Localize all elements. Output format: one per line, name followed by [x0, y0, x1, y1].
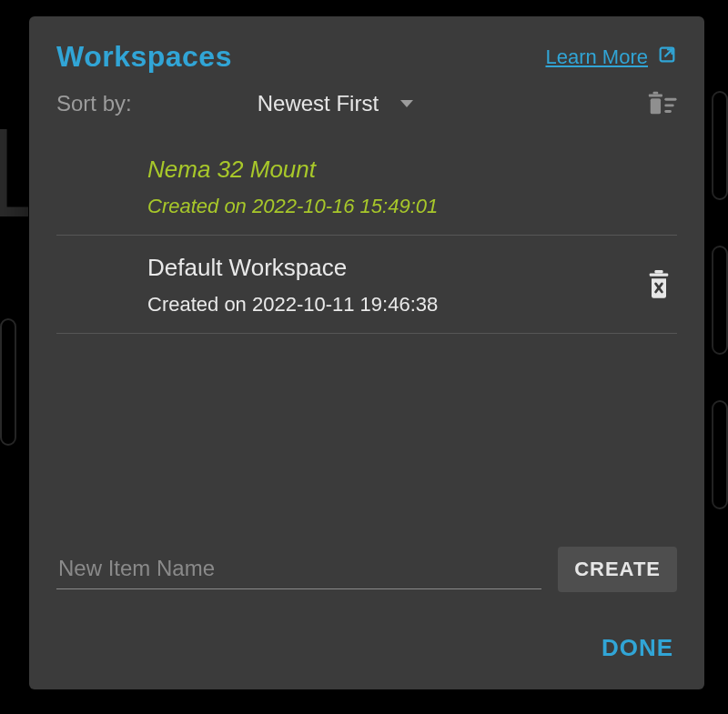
sort-row: Sort by: Newest First	[56, 90, 677, 117]
svg-rect-1	[649, 95, 662, 97]
learn-more-label: Learn More	[545, 45, 648, 69]
done-button[interactable]: DONE	[598, 629, 677, 668]
svg-rect-7	[650, 273, 669, 276]
workspace-item[interactable]: Default Workspace Created on 2022-10-11 …	[56, 236, 677, 334]
external-link-icon	[657, 45, 677, 70]
workspaces-dialog: Workspaces Learn More Sort by: Newest Fi…	[29, 16, 704, 689]
sort-label: Sort by:	[56, 91, 132, 116]
dialog-footer: DONE	[56, 629, 677, 668]
svg-rect-3	[653, 92, 659, 95]
new-item-input[interactable]	[56, 550, 541, 589]
workspace-name: Default Workspace	[147, 252, 646, 284]
sort-selected-value: Newest First	[258, 91, 379, 116]
new-item-row: CREATE	[56, 547, 677, 592]
workspace-item[interactable]: Nema 32 Mount Created on 2022-10-16 15:4…	[56, 137, 677, 236]
learn-more-link[interactable]: Learn More	[545, 45, 677, 70]
dialog-title: Workspaces	[56, 40, 232, 74]
workspace-name: Nema 32 Mount	[147, 154, 672, 186]
create-button[interactable]: CREATE	[558, 547, 677, 592]
dialog-header: Workspaces Learn More	[56, 40, 677, 74]
workspace-list: Nema 32 Mount Created on 2022-10-16 15:4…	[56, 137, 677, 536]
workspace-created: Created on 2022-10-11 19:46:38	[147, 293, 646, 317]
workspace-created: Created on 2022-10-16 15:49:01	[147, 195, 672, 218]
sort-select[interactable]: Newest First	[258, 91, 413, 116]
clear-all-button[interactable]	[646, 90, 677, 117]
delete-workspace-button[interactable]	[646, 270, 672, 299]
svg-rect-2	[651, 98, 661, 114]
chevron-down-icon	[400, 100, 413, 107]
svg-rect-8	[654, 270, 662, 273]
